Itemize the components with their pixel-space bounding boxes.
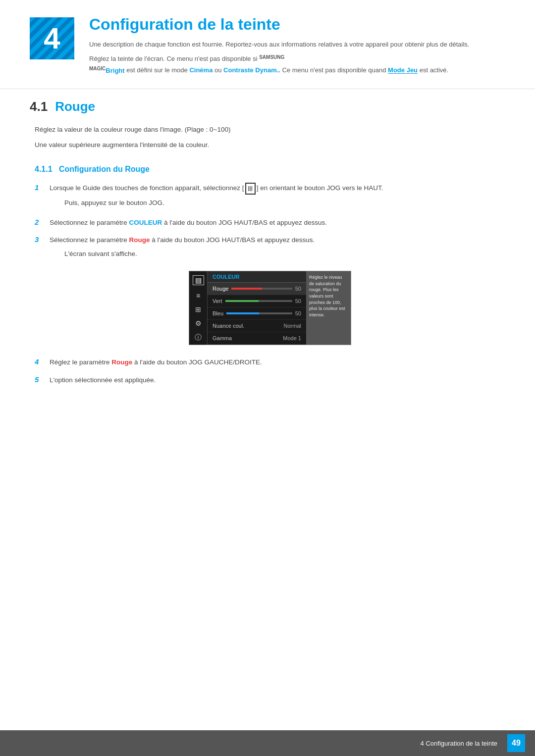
section-41-body1: Réglez la valeur de la couleur rouge dan… bbox=[30, 124, 505, 136]
subsection-411-label: Configuration du Rouge bbox=[59, 165, 150, 173]
step-1-content: Lorsque le Guide des touches de fonction… bbox=[50, 183, 505, 210]
step-3-sub: L'écran suivant s'affiche. bbox=[50, 249, 505, 259]
ui-screenshot: ▤ ≡ ⊞ ⚙ ⓘ COULEUR Rouge bbox=[189, 271, 351, 345]
step-2-suffix: à l'aide du bouton JOG HAUT/BAS et appuy… bbox=[162, 219, 327, 226]
step-4-prefix: Réglez le paramètre bbox=[50, 358, 111, 366]
step-3-number: 3 bbox=[35, 235, 50, 244]
step-2-prefix: Sélectionnez le paramètre bbox=[50, 219, 129, 226]
desc2-mid: est défini sur le mode bbox=[125, 67, 190, 74]
step-4-content: Réglez le paramètre Rouge à l'aide du bo… bbox=[50, 357, 505, 368]
step-5-number: 5 bbox=[35, 375, 50, 384]
step-4-bold: Rouge bbox=[111, 358, 132, 366]
step-3-content: Sélectionnez le paramètre Rouge à l'aide… bbox=[50, 235, 505, 261]
step-5-content: L'option sélectionnée est appliquée. bbox=[50, 375, 505, 386]
bright-link: Bright bbox=[106, 67, 124, 74]
subsection-411-number: 4.1.1 bbox=[35, 165, 53, 173]
step-1-suffix: ] en orientant le bouton JOG vers le HAU… bbox=[257, 184, 383, 192]
step-4-number: 4 bbox=[35, 357, 50, 366]
rouge-bar-fill bbox=[231, 288, 262, 290]
vert-bar-fill bbox=[225, 300, 259, 302]
header-section: 4 Configuration de la teinte Une descrip… bbox=[0, 0, 535, 89]
footer-page: 49 bbox=[507, 734, 525, 752]
desc2-end: Ce menu n'est pas disponible quand bbox=[280, 67, 388, 74]
step-3-prefix: Sélectionnez le paramètre bbox=[50, 236, 129, 244]
ui-sidebar-note: Réglez le niveau de saturation du rouge.… bbox=[306, 271, 351, 345]
subsection-411-title: 4.1.1 Configuration du Rouge bbox=[35, 165, 505, 174]
rouge-value: 50 bbox=[295, 286, 301, 292]
ui-icon-display: ⊞ bbox=[195, 306, 201, 313]
desc2-prefix: Réglez la teinte de l'écran. Ce menu n'e… bbox=[89, 55, 259, 63]
rouge-bar-container bbox=[231, 288, 292, 290]
header-desc-1: Une description de chaque fonction est f… bbox=[89, 40, 505, 50]
gamma-label: Gamma bbox=[213, 335, 232, 341]
mode-jeu-link: Mode Jeu bbox=[388, 67, 418, 74]
cinema-link: Cinéma bbox=[189, 67, 213, 74]
step-1-icon: ||| bbox=[245, 183, 256, 195]
step-3-bold: Rouge bbox=[129, 236, 150, 244]
gamma-value: Mode 1 bbox=[283, 335, 301, 341]
step-4-suffix: à l'aide du bouton JOG GAUCHE/DROITE. bbox=[132, 358, 262, 366]
rouge-label: Rouge bbox=[213, 286, 228, 292]
main-content: 4.1 Rouge Réglez la valeur de la couleur… bbox=[0, 99, 535, 422]
vert-bar-track bbox=[225, 300, 292, 302]
nuance-value: Normal bbox=[284, 323, 301, 329]
ui-menu-item-rouge: Rouge 50 bbox=[208, 283, 306, 295]
desc2-or: ou bbox=[213, 67, 223, 74]
step-2-number: 2 bbox=[35, 217, 50, 226]
chapter-title: Configuration de la teinte bbox=[89, 15, 505, 34]
ui-menu-item-bleu: Bleu 50 bbox=[208, 307, 306, 320]
ui-menu-item-nuance: Nuance coul. Normal bbox=[208, 320, 306, 332]
rouge-bar-track bbox=[231, 288, 292, 290]
ui-menu-header: COULEUR bbox=[208, 271, 306, 283]
ui-left-icons: ▤ ≡ ⊞ ⚙ ⓘ bbox=[189, 271, 207, 345]
step-1-number: 1 bbox=[35, 183, 50, 192]
chapter-number: 4 bbox=[44, 21, 60, 55]
desc2-final: est activé. bbox=[418, 67, 448, 74]
step-2: 2 Sélectionnez le paramètre COULEUR à l'… bbox=[35, 217, 505, 228]
vert-bar-container bbox=[225, 300, 292, 302]
bleu-bar-container bbox=[226, 312, 292, 314]
step-2-content: Sélectionnez le paramètre COULEUR à l'ai… bbox=[50, 217, 505, 228]
step-2-bold: COULEUR bbox=[129, 219, 162, 226]
header-text: Configuration de la teinte Une descripti… bbox=[89, 15, 505, 79]
bleu-bar-fill bbox=[226, 312, 259, 314]
section-41-label: Rouge bbox=[55, 99, 95, 114]
bleu-value: 50 bbox=[295, 310, 301, 316]
header-desc-2: Réglez la teinte de l'écran. Ce menu n'e… bbox=[89, 53, 505, 76]
page-footer: 4 Configuration de la teinte 49 bbox=[0, 730, 535, 756]
section-41-title: 4.1 Rouge bbox=[30, 99, 505, 114]
vert-value: 50 bbox=[295, 298, 301, 304]
ui-menu-item-vert: Vert 50 bbox=[208, 295, 306, 307]
section-41-body2: Une valeur supérieure augmentera l'inten… bbox=[30, 140, 505, 151]
bleu-bar-track bbox=[226, 312, 292, 314]
step-3: 3 Sélectionnez le paramètre Rouge à l'ai… bbox=[35, 235, 505, 261]
ui-icon-info: ⓘ bbox=[195, 334, 202, 341]
nuance-label: Nuance coul. bbox=[213, 323, 244, 329]
ui-icon-gear: ⚙ bbox=[195, 320, 202, 327]
step-1-prefix: Lorsque le Guide des touches de fonction… bbox=[50, 184, 244, 192]
step-4: 4 Réglez le paramètre Rouge à l'aide du … bbox=[35, 357, 505, 368]
footer-text: 4 Configuration de la teinte bbox=[421, 740, 497, 747]
step-1: 1 Lorsque le Guide des touches de foncti… bbox=[35, 183, 505, 210]
vert-label: Vert bbox=[213, 298, 222, 304]
ui-screenshot-container: ▤ ≡ ⊞ ⚙ ⓘ COULEUR Rouge bbox=[35, 271, 505, 345]
bleu-label: Bleu bbox=[213, 310, 223, 316]
ui-menu: COULEUR Rouge 50 Vert bbox=[207, 271, 306, 345]
ui-icon-lines: ≡ bbox=[196, 292, 200, 299]
ui-menu-item-gamma: Gamma Mode 1 bbox=[208, 332, 306, 345]
chapter-number-box: 4 bbox=[30, 17, 74, 59]
step-5: 5 L'option sélectionnée est appliquée. bbox=[35, 375, 505, 386]
section-41-number: 4.1 bbox=[30, 99, 48, 114]
contrast-link: Contraste Dynam.. bbox=[223, 67, 280, 74]
steps-list: 1 Lorsque le Guide des touches de foncti… bbox=[30, 183, 505, 385]
ui-icon-menu: ▤ bbox=[193, 275, 204, 285]
step-3-suffix: à l'aide du bouton JOG HAUT/BAS et appuy… bbox=[150, 236, 315, 244]
step-1-sub: Puis, appuyez sur le bouton JOG. bbox=[50, 198, 505, 208]
